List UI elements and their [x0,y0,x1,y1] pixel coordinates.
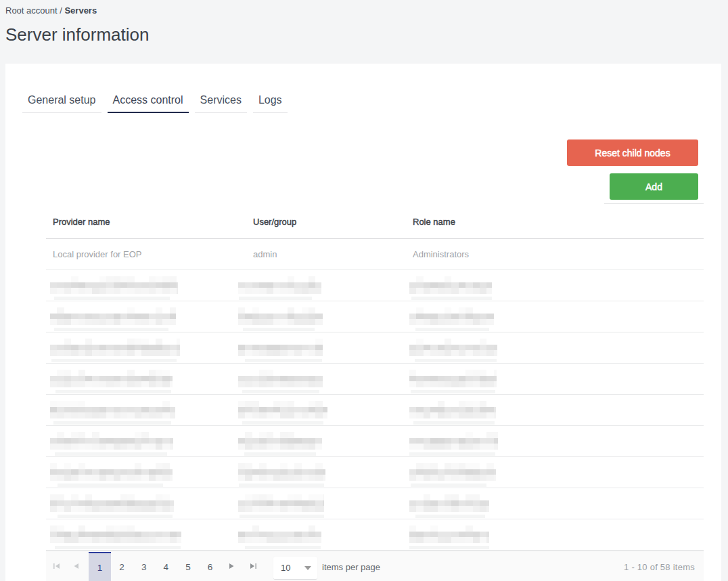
previous-page-icon[interactable] [67,551,85,581]
page-button-6[interactable]: 6 [199,552,221,581]
redaction-tile [245,438,252,444]
first-page-icon[interactable] [47,551,65,581]
redacted-text [409,370,497,387]
grid-row[interactable] [46,301,704,332]
redacted-text-line2 [245,359,322,362]
redaction-tile [273,444,280,450]
redaction-tile [238,407,245,413]
redaction-tile [149,314,156,320]
page-button-5[interactable]: 5 [177,552,199,581]
grid-row[interactable] [46,457,704,488]
redaction-tile [149,319,156,325]
redaction-tile [280,525,287,532]
redaction-tile [85,412,92,418]
redaction-tile [78,350,85,356]
column-header-provider-name[interactable]: Provider name [46,210,246,238]
redaction-tile [92,412,99,418]
redaction-tile [315,370,322,376]
redaction-tile [71,444,78,450]
redaction-tile [323,506,324,512]
page-button-1[interactable]: 1 [89,552,111,581]
redaction-tile [252,276,259,282]
redaction-tile [445,282,451,288]
redaction-tile [480,469,486,475]
redacted-text [409,401,496,418]
reset-child-nodes-button[interactable]: Reset child nodes [567,139,698,166]
grid-row[interactable] [46,364,704,395]
redaction-tile [280,469,287,475]
redaction-tile [302,345,309,351]
redaction-tile [71,401,78,407]
redaction-tile [465,370,472,376]
redaction-tile [451,376,458,382]
redaction-tile [486,500,489,507]
redaction-tile [170,381,173,387]
redaction-tile [120,339,127,345]
redaction-tile [294,276,301,282]
grid-row[interactable] [46,488,704,519]
redaction-tile [259,412,266,418]
redaction-tile [57,282,64,288]
redaction-tile [409,307,416,314]
redaction-tile [252,319,259,325]
redaction-tile [135,319,141,325]
redaction-tile [323,412,327,418]
redaction-tile [451,463,458,469]
column-header-user-group[interactable]: User/group [246,210,406,238]
redaction-tile [85,525,92,532]
redaction-tile [323,401,327,407]
redaction-tile [309,288,315,294]
page-size-dropdown[interactable]: 10 [273,557,317,580]
breadcrumb-root[interactable]: Root account [5,5,58,16]
redaction-tile [106,370,113,376]
redaction-tile [85,350,92,356]
redaction-tile [430,407,437,413]
redaction-tile [50,381,57,387]
redaction-tile [486,307,493,314]
grid-row[interactable] [46,270,704,301]
redaction-tile [135,401,141,407]
redaction-tile [238,381,245,387]
page-button-3[interactable]: 3 [133,552,155,581]
page-button-2[interactable]: 2 [111,552,133,581]
redaction-tile [64,500,71,507]
grid-row[interactable] [46,519,704,551]
redaction-tile [85,537,92,543]
redaction-tile [120,537,127,543]
tab-logs[interactable]: Logs [253,89,288,113]
tab-services[interactable]: Services [195,89,247,113]
grid-row[interactable] [46,426,704,457]
redaction-tile [120,525,127,532]
redaction-tile [127,407,134,413]
redaction-tile [156,469,162,475]
redaction-tile [71,537,78,543]
tab-general-setup[interactable]: General setup [22,89,101,113]
redaction-tile [459,370,465,376]
grid-row[interactable]: Local provider for EOPadminAdministrator… [46,239,704,270]
redaction-tile [238,469,245,475]
redaction-tile [486,381,493,387]
column-header-role-name[interactable]: Role name [406,210,704,238]
redaction-tile [486,376,493,382]
last-page-icon[interactable] [244,551,262,581]
next-page-icon[interactable] [223,551,240,581]
grid-row[interactable] [46,395,704,426]
redaction-tile [149,345,156,351]
redaction-tile [259,350,266,356]
redaction-tile [162,537,169,543]
redaction-tile [424,401,430,407]
redaction-tile [315,314,322,320]
redaction-tile [459,282,465,288]
redaction-tile [486,525,489,532]
redaction-tile [238,444,245,450]
grid-row[interactable] [46,332,704,364]
tab-access-control[interactable]: Access control [108,89,189,113]
redaction-tile [273,314,280,320]
page-button-4[interactable]: 4 [155,552,177,581]
redaction-tile [114,525,120,532]
grid-header-row: Provider nameUser/groupRole name [46,210,704,239]
redaction-tile [280,494,287,500]
redaction-tile [309,532,315,538]
add-button[interactable]: Add [610,173,698,200]
redaction-tile [267,537,273,543]
